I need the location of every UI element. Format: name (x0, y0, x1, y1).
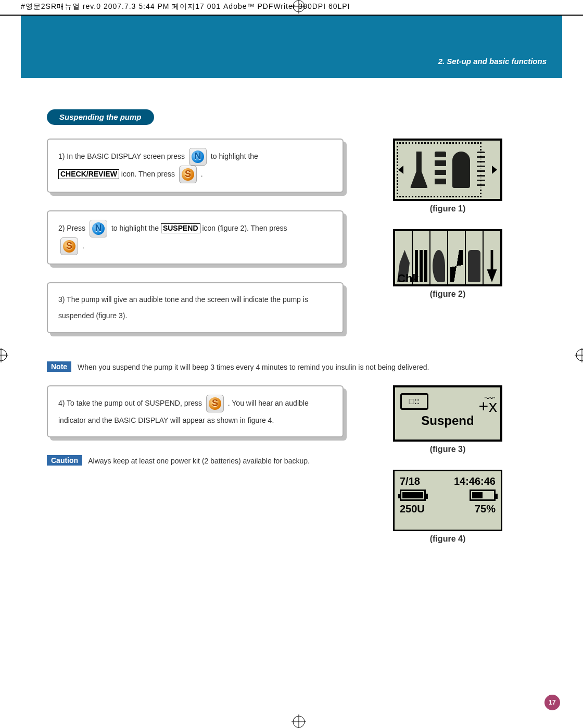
figure-1: (figure 1) (359, 139, 536, 214)
note-line: Note When you suspend the pump it will b… (47, 361, 536, 372)
fig4-date: 7/18 (400, 475, 420, 487)
suspend-box: SUSPEND (161, 223, 200, 233)
step-1: 1) In the BASIC DISPLAY screen press to … (47, 139, 344, 193)
breadcrumb: 2. Set-up and basic functions (438, 57, 547, 66)
figure-1-screen (393, 139, 502, 201)
bottle-icon (468, 250, 480, 282)
chk-label: Chk (397, 272, 419, 285)
step-1-text-b: to highlight the (211, 152, 258, 160)
x-icon (450, 250, 463, 282)
step-2: 2) Press to highlight the SUSPEND icon (… (47, 210, 344, 265)
figure-3: □:: 〰+ x Suspend (figure 3) (359, 385, 536, 454)
s-button-icon (60, 237, 78, 255)
step-4: 4) To take the pump out of SUSPEND, pres… (47, 385, 344, 438)
n-button-icon (189, 148, 207, 166)
step-2-text-a: 2) Press (58, 224, 87, 232)
figure-2-caption: (figure 2) (359, 290, 536, 299)
figure-2: Chk (figure 2) (359, 229, 536, 299)
note-text: When you suspend the pump it will beep 3… (78, 363, 429, 371)
figure-4-caption: (figure 4) (359, 534, 536, 544)
figure-4: 7/18 14:46:46 250U 75% (figure 4) (359, 470, 536, 544)
step-1-text-a: 1) In the BASIC DISPLAY screen press (58, 152, 187, 160)
suspend-text: Suspend (400, 413, 495, 428)
step-2-text-c: icon (figure 2). Then press (202, 224, 287, 232)
person-icon (452, 152, 470, 188)
scale-icon (477, 152, 485, 188)
step-2-text-d: . (82, 242, 84, 250)
right-arrow-icon (492, 166, 497, 174)
battery-half-icon (470, 489, 496, 501)
s-button-icon (179, 166, 197, 183)
step-1-text-d: . (201, 170, 203, 178)
caution-text: Always keep at least one power kit (2 ba… (88, 457, 310, 465)
n-button-icon (90, 220, 107, 237)
figure-3-caption: (figure 3) (359, 445, 536, 454)
step-2-text-b: to highlight the (111, 224, 161, 232)
fig4-units: 250U (400, 503, 425, 515)
bars-icon (435, 152, 446, 188)
fig4-time: 14:46:46 (454, 475, 496, 487)
figure-1-caption: (figure 1) (359, 204, 536, 214)
section-title-pill: Suspending the pump (47, 109, 154, 125)
figure-3-screen: □:: 〰+ x Suspend (393, 385, 502, 442)
check-review-box: CHECK/REVIEW (58, 169, 119, 179)
magnify-icon (433, 250, 445, 282)
rect-icon: □:: (400, 393, 428, 410)
step-3-text: 3) The pump will give an audible tone an… (58, 295, 308, 320)
s-button-icon (206, 395, 224, 412)
door-arrow-icon (486, 250, 498, 282)
plus-x-icon: 〰+ x (430, 392, 495, 411)
chapter-banner: 2. Set-up and basic functions (21, 16, 562, 78)
page-number: 17 (544, 695, 560, 710)
battery-full-icon (400, 489, 426, 501)
note-label: Note (47, 361, 71, 372)
step-3: 3) The pump will give an audible tone an… (47, 282, 344, 333)
step-4-text-a: 4) To take the pump out of SUSPEND, pres… (58, 398, 204, 407)
figure-2-screen: Chk (393, 229, 502, 286)
figure-4-screen: 7/18 14:46:46 250U 75% (393, 470, 502, 531)
fig4-percent: 75% (475, 503, 496, 515)
crop-mark-top (292, 0, 306, 14)
crop-mark-bottom (292, 714, 306, 728)
step-1-text-c: icon. Then press (121, 170, 177, 178)
caution-label: Caution (47, 455, 82, 466)
caution-line: Caution Always keep at least one power k… (47, 455, 344, 466)
